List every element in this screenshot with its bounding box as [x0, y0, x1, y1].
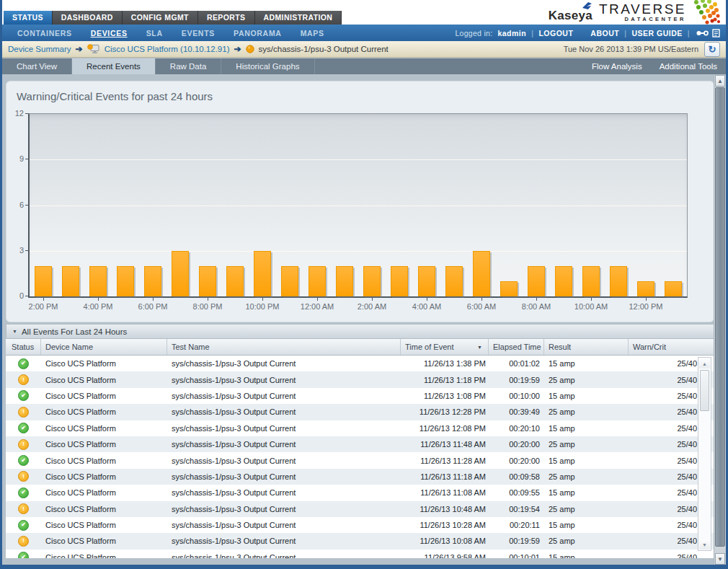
- chart-bar[interactable]: [117, 266, 134, 296]
- test-name-cell: sys/chassis-1/psu-3 Output Current: [167, 371, 401, 387]
- x-axis-tick: [372, 298, 373, 301]
- chart-bar[interactable]: [391, 266, 408, 296]
- kaseya-logo: Kaseya: [549, 2, 592, 23]
- refresh-button[interactable]: ↻: [704, 42, 720, 57]
- events-chart-panel: Warning/Critical Events for past 24 hour…: [6, 81, 714, 322]
- chart-bar[interactable]: [500, 281, 518, 296]
- chart-bar[interactable]: [308, 266, 326, 296]
- notes-icon[interactable]: [712, 29, 720, 38]
- chart-bar[interactable]: [35, 266, 52, 296]
- status-cell: ✔: [6, 517, 41, 533]
- sort-desc-icon[interactable]: ▼: [477, 345, 482, 350]
- page-scrollbar[interactable]: ▲ ▼: [714, 75, 726, 565]
- column-header-status[interactable]: Status: [6, 339, 41, 355]
- column-header-result[interactable]: Result: [544, 339, 629, 355]
- collapse-icon[interactable]: ▼: [12, 329, 17, 334]
- nav-tab-config-mgmt[interactable]: CONFIG MGMT: [123, 11, 198, 25]
- device-name-cell: Cisco UCS Platform: [41, 517, 167, 533]
- device-name-cell: Cisco UCS Platform: [41, 533, 167, 549]
- y-axis-tick: [25, 159, 28, 159]
- test-name-cell: sys/chassis-1/psu-3 Output Current: [167, 436, 401, 452]
- events-section-header[interactable]: ▼ All Events For Last 24 Hours: [6, 324, 714, 339]
- view-tab-historical-graphs[interactable]: Historical Graphs: [221, 58, 314, 74]
- nav-tab-reports[interactable]: REPORTS: [198, 11, 255, 25]
- chart-bar[interactable]: [528, 266, 545, 296]
- tool-additional-tools[interactable]: Additional Tools: [651, 58, 726, 74]
- logout-link[interactable]: LOGOUT: [538, 29, 573, 38]
- chart-bar[interactable]: [172, 251, 189, 296]
- table-scrollbar-thumb[interactable]: [700, 370, 709, 411]
- table-row[interactable]: !Cisco UCS Platformsys/chassis-1/psu-3 O…: [6, 436, 714, 452]
- table-scroll-down-icon[interactable]: ▼: [699, 539, 710, 550]
- x-axis-tick: [427, 298, 427, 301]
- chart-bar[interactable]: [62, 266, 79, 296]
- chart-bar[interactable]: [418, 266, 435, 296]
- subnav-item-containers[interactable]: CONTAINERS: [8, 29, 81, 38]
- subnav-item-sla[interactable]: SLA: [137, 29, 172, 38]
- chart-bar[interactable]: [445, 266, 463, 296]
- column-header-elapsed-time[interactable]: Elapsed Time: [489, 339, 544, 355]
- result-cell: 15 amp: [544, 388, 629, 404]
- nav-tab-status[interactable]: STATUS: [4, 11, 53, 25]
- view-tab-raw-data[interactable]: Raw Data: [156, 58, 222, 74]
- breadcrumb-device-link[interactable]: Cisco UCS Platform (10.10.12.91): [105, 45, 230, 53]
- chart-bar[interactable]: [555, 266, 572, 296]
- key-icon[interactable]: [696, 30, 709, 37]
- x-axis-tick-label: 12:00 AM: [301, 302, 334, 311]
- table-row[interactable]: ✔Cisco UCS Platformsys/chassis-1/psu-3 O…: [6, 356, 714, 371]
- chart-bar[interactable]: [582, 266, 600, 296]
- chart-bar[interactable]: [336, 266, 353, 296]
- column-header-time-of-event[interactable]: Time of Event▼: [401, 339, 489, 355]
- chart-bar[interactable]: [637, 281, 654, 296]
- chart-bar[interactable]: [144, 266, 161, 296]
- table-row[interactable]: !Cisco UCS Platformsys/chassis-1/psu-3 O…: [6, 501, 714, 517]
- view-tab-recent-events[interactable]: Recent Events: [72, 58, 156, 74]
- nav-tab-administration[interactable]: ADMINISTRATION: [255, 11, 342, 25]
- page-scrollbar-thumb[interactable]: [715, 87, 725, 547]
- table-row[interactable]: ✔Cisco UCS Platformsys/chassis-1/psu-3 O…: [6, 452, 714, 468]
- table-row[interactable]: ✔Cisco UCS Platformsys/chassis-1/psu-3 O…: [6, 517, 714, 533]
- chart-bar[interactable]: [281, 266, 298, 296]
- page-scroll-up-icon[interactable]: ▲: [715, 75, 725, 87]
- chart-bar[interactable]: [254, 251, 271, 296]
- nav-tab-dashboard[interactable]: DASHBOARD: [53, 11, 123, 25]
- table-row[interactable]: !Cisco UCS Platformsys/chassis-1/psu-3 O…: [6, 404, 714, 420]
- user-guide-link[interactable]: USER GUIDE: [631, 29, 682, 38]
- test-status-icon: [246, 45, 254, 53]
- table-row[interactable]: !Cisco UCS Platformsys/chassis-1/psu-3 O…: [6, 533, 714, 549]
- subnav-item-maps[interactable]: MAPS: [291, 29, 334, 38]
- table-row[interactable]: ✔Cisco UCS Platformsys/chassis-1/psu-3 O…: [6, 550, 714, 558]
- column-header-warn-crit[interactable]: Warn/Crit: [629, 339, 714, 355]
- subnav-item-devices[interactable]: DEVICES: [81, 29, 137, 38]
- chart-bar[interactable]: [89, 266, 107, 296]
- x-axis-tick-label: 12:00 PM: [629, 302, 662, 311]
- elapsed-time-cell: 00:01:02: [489, 356, 544, 371]
- table-row[interactable]: ✔Cisco UCS Platformsys/chassis-1/psu-3 O…: [6, 485, 714, 500]
- username: kadmin: [497, 29, 526, 38]
- tool-flow-analysis[interactable]: Flow Analysis: [583, 58, 651, 74]
- about-link[interactable]: ABOUT: [590, 29, 619, 38]
- chart-bar[interactable]: [610, 266, 627, 296]
- chart-bar[interactable]: [665, 281, 682, 296]
- table-scrollbar[interactable]: ▲ ▼: [698, 357, 711, 551]
- status-ok-icon: ✔: [18, 455, 29, 466]
- column-header-device-name[interactable]: Device Name: [41, 339, 167, 355]
- chart-bar[interactable]: [363, 266, 381, 296]
- table-row[interactable]: !Cisco UCS Platformsys/chassis-1/psu-3 O…: [6, 371, 714, 387]
- view-tab-chart-view[interactable]: Chart View: [2, 58, 72, 74]
- column-header-test-name[interactable]: Test Name: [167, 339, 401, 355]
- chart-bar[interactable]: [473, 251, 490, 296]
- test-name-cell: sys/chassis-1/psu-3 Output Current: [167, 388, 401, 404]
- chart-bar[interactable]: [226, 266, 244, 296]
- subnav-item-events[interactable]: EVENTS: [172, 29, 224, 38]
- page-scroll-down-icon[interactable]: ▼: [715, 553, 725, 565]
- table-scroll-up-icon[interactable]: ▲: [699, 358, 710, 369]
- chart-bar[interactable]: [199, 266, 216, 296]
- table-row[interactable]: !Cisco UCS Platformsys/chassis-1/psu-3 O…: [6, 469, 714, 485]
- subnav-item-panorama[interactable]: PANORAMA: [224, 29, 291, 38]
- breadcrumb-device-summary-link[interactable]: Device Summary: [8, 45, 71, 53]
- column-header-label: Elapsed Time: [493, 343, 541, 351]
- table-row[interactable]: ✔Cisco UCS Platformsys/chassis-1/psu-3 O…: [6, 388, 714, 404]
- breadcrumb: Device Summary ➔ Cisco UCS Platform (10.…: [8, 44, 389, 54]
- table-row[interactable]: ✔Cisco UCS Platformsys/chassis-1/psu-3 O…: [6, 420, 714, 436]
